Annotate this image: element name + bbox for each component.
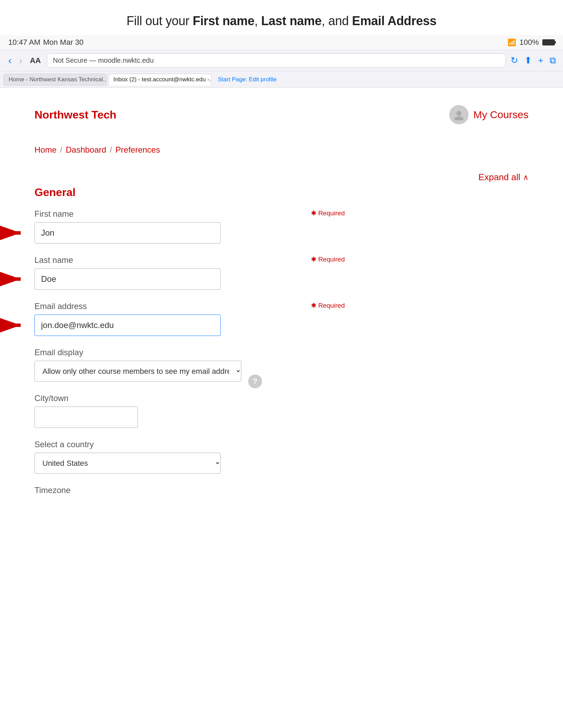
tabs-bar: Home - Northwest Kansas Technical... Inb… (0, 71, 563, 88)
my-courses-button[interactable]: My Courses (449, 105, 529, 124)
url-bar[interactable]: Not Secure — moodle.nwktc.edu (47, 53, 505, 68)
first-name-label: First name (34, 209, 345, 219)
back-button[interactable]: ‹ (7, 55, 13, 66)
site-header: Northwest Tech My Courses (34, 98, 529, 145)
svg-point-1 (454, 116, 463, 120)
svg-point-0 (456, 111, 461, 116)
chevron-up-icon: ∧ (523, 173, 529, 182)
first-name-input[interactable] (34, 222, 221, 244)
email-label: Email address (34, 301, 345, 311)
new-tab-icon[interactable]: + (538, 55, 543, 66)
last-name-label: Last name (34, 255, 345, 265)
breadcrumb-home[interactable]: Home (34, 145, 57, 155)
timezone-label: Timezone (34, 485, 345, 495)
city-label: City/town (34, 393, 345, 403)
expand-all-button[interactable]: Expand all ∧ (479, 172, 529, 183)
tab-inbox[interactable]: Inbox (2) - test.account@nwktc.edu -... … (108, 74, 212, 85)
tabs-icon[interactable]: ⧉ (550, 55, 556, 66)
form-group-email: Email address ✱ Required 3 (34, 301, 345, 336)
last-name-wrapper: 2 (34, 268, 345, 290)
last-name-input[interactable] (34, 268, 221, 290)
email-display-select[interactable]: Allow only other course members to see m… (34, 361, 241, 382)
city-input[interactable] (34, 407, 138, 428)
arrow-1-graphic: 1 (0, 219, 28, 247)
wifi-icon: 📶 (507, 38, 516, 47)
country-label: Select a country (34, 440, 345, 449)
breadcrumb-dashboard[interactable]: Dashboard (66, 145, 106, 155)
status-time-date: 10:47 AM Mon Mar 30 (8, 38, 83, 47)
status-right: 📶 100% (507, 38, 555, 47)
share-icon[interactable]: ⬆ (524, 55, 532, 66)
breadcrumb-current: Preferences (115, 145, 160, 155)
first-name-required: ✱ Required (311, 209, 345, 217)
arrow-3-graphic: 3 (0, 311, 28, 339)
form-group-country: Select a country United States (34, 440, 345, 474)
ios-status-bar: 10:47 AM Mon Mar 30 📶 100% (0, 35, 563, 50)
email-wrapper: 3 (34, 315, 345, 336)
breadcrumb: Home / Dashboard / Preferences (34, 145, 529, 155)
form-group-lastname: Last name ✱ Required 2 (34, 255, 345, 290)
page-content: Northwest Tech My Courses Home / Dashboa… (0, 88, 563, 517)
country-select[interactable]: United States (34, 453, 221, 474)
email-input[interactable] (34, 315, 221, 336)
email-display-label: Email display (34, 348, 345, 357)
last-name-required: ✱ Required (311, 255, 345, 263)
arrow-2-graphic: 2 (0, 265, 28, 293)
text-size-button[interactable]: AA (29, 56, 42, 65)
form-group-firstname: First name ✱ Required 1 (34, 209, 345, 244)
tab-home[interactable]: Home - Northwest Kansas Technical... (3, 74, 107, 85)
tab-start-page[interactable]: Start Page: Edit profile (213, 74, 281, 85)
browser-toolbar: ‹ › AA Not Secure — moodle.nwktc.edu ↻ ⬆… (0, 50, 563, 71)
avatar (449, 105, 469, 124)
url-text: Not Secure — moodle.nwktc.edu (53, 57, 153, 64)
section-header: Expand all ∧ (34, 172, 529, 183)
first-name-wrapper: 1 (34, 222, 345, 244)
forward-button[interactable]: › (18, 55, 23, 66)
instruction-banner: Fill out your First name, Last name, and… (0, 0, 563, 35)
email-display-help-icon[interactable]: ? (248, 375, 262, 388)
battery-icon (542, 39, 555, 45)
section-general-title: General (34, 186, 529, 199)
form-section: First name ✱ Required 1 Las (34, 209, 345, 495)
reload-icon[interactable]: ↻ (511, 55, 518, 66)
email-required: ✱ Required (311, 301, 345, 309)
toolbar-icons: ↻ ⬆ + ⧉ (511, 55, 556, 66)
form-group-timezone: Timezone (34, 485, 345, 495)
site-logo[interactable]: Northwest Tech (34, 109, 117, 121)
form-group-city: City/town (34, 393, 345, 428)
form-group-email-display: Email display Allow only other course me… (34, 348, 345, 382)
